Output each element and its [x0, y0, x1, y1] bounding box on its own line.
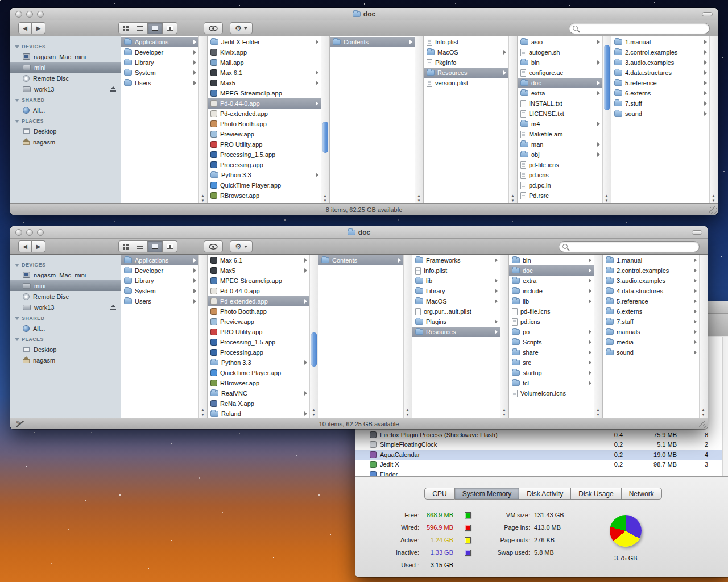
sidebar-item[interactable]: Remote Disc [10, 291, 121, 302]
file-row[interactable]: lib [509, 296, 594, 306]
file-row[interactable]: Processing.app [208, 347, 309, 357]
file-row[interactable]: share [509, 347, 594, 357]
process-row[interactable]: Finder [355, 469, 722, 476]
file-row[interactable]: Python 3.3 [208, 357, 309, 368]
file-row[interactable]: 1.manual [611, 37, 709, 47]
finder1-titlebar[interactable]: doc [10, 8, 718, 20]
zoom-button[interactable] [37, 229, 44, 236]
file-row[interactable]: tcl [509, 378, 594, 388]
file-row[interactable]: Users [121, 296, 198, 306]
close-button[interactable] [15, 229, 22, 236]
quicklook-button[interactable] [204, 22, 223, 34]
search-input[interactable] [568, 242, 699, 251]
sidebar-item[interactable]: Desktop [10, 126, 121, 136]
file-row[interactable]: Roland [208, 409, 309, 418]
file-row[interactable]: PkgInfo [424, 57, 508, 68]
file-row[interactable]: org.pur...ault.plist [412, 306, 500, 317]
sidebar-section-header[interactable]: PLACES [10, 115, 121, 126]
process-row[interactable]: AquaCalendar 0.2 19.0 MB 4 [355, 450, 722, 460]
file-row[interactable]: Info.plist [412, 265, 500, 276]
sidebar-section-header[interactable]: SHARED [10, 94, 121, 105]
column-view-button[interactable] [148, 240, 163, 252]
process-list-scrollbar[interactable] [722, 337, 728, 476]
file-row[interactable]: 3.audio.examples [611, 57, 709, 68]
file-row[interactable]: configure.ac [518, 68, 602, 78]
toolbar-toggle-button[interactable] [692, 230, 702, 235]
forward-button[interactable]: ▶ [32, 22, 46, 34]
file-row[interactable]: System [121, 286, 198, 296]
file-row[interactable]: 7.stuff [611, 98, 709, 109]
file-row[interactable]: obj [518, 149, 602, 160]
file-row[interactable]: QuickTime Player.app [208, 368, 309, 378]
file-row[interactable]: manuals [603, 327, 699, 337]
monitor-tab[interactable]: Disk Usage [571, 488, 621, 500]
file-row[interactable]: Max 6.1 [208, 255, 309, 265]
file-row[interactable]: ReNa X.app [208, 398, 309, 409]
file-row[interactable]: INSTALL.txt [518, 98, 602, 109]
column-scrollbar[interactable] [309, 255, 318, 418]
column-scrollbar[interactable] [709, 36, 718, 203]
file-row[interactable]: Scripts [509, 337, 594, 347]
file-row[interactable]: RealVNC [208, 388, 309, 398]
file-row[interactable]: pd-file.icns [518, 160, 602, 170]
file-row[interactable]: Max 6.1 [208, 68, 321, 78]
file-row[interactable]: Max5 [208, 265, 309, 276]
file-row[interactable]: Pd.rsrc [518, 190, 602, 201]
file-row[interactable]: Pd-0.44-0.app [208, 286, 309, 296]
sidebar-item[interactable]: mini [10, 62, 121, 73]
file-row[interactable]: Users [121, 78, 198, 88]
file-row[interactable]: RBrowser.app [208, 190, 321, 201]
file-row[interactable]: VolumeIcon.icns [509, 388, 594, 398]
file-row[interactable]: Contents [330, 37, 415, 47]
file-row[interactable]: Photo Booth.app [208, 119, 321, 129]
file-row[interactable]: version.plist [424, 78, 508, 88]
eject-icon[interactable] [110, 305, 116, 310]
back-button[interactable]: ◀ [18, 22, 32, 34]
file-row[interactable]: Max5 [208, 78, 321, 88]
sidebar-item[interactable]: All... [10, 105, 121, 115]
file-row[interactable]: Preview.app [208, 129, 321, 139]
file-row[interactable]: Processing_1.5.app [208, 337, 309, 347]
file-row[interactable]: 2.control.examples [611, 47, 709, 57]
action-button[interactable]: ⚙ [230, 22, 253, 34]
quicklook-button[interactable] [204, 240, 223, 252]
file-row[interactable]: Python 3.3 [208, 170, 321, 180]
file-row[interactable]: 1.manual [603, 255, 699, 265]
file-row[interactable]: autogen.sh [518, 47, 602, 57]
column-scrollbar[interactable] [198, 255, 207, 418]
file-row[interactable]: Pd-extended.app [208, 296, 309, 306]
scrollbar-thumb[interactable] [322, 122, 328, 153]
file-row[interactable]: 2.control.examples [603, 265, 699, 276]
file-row[interactable]: startup [509, 368, 594, 378]
sidebar-item[interactable]: nagasm_Mac_mini [10, 269, 121, 280]
column-scrollbar[interactable] [321, 36, 329, 203]
file-row[interactable]: Pd-0.44-0.app [208, 98, 321, 109]
sidebar-item[interactable]: Desktop [10, 344, 121, 355]
file-row[interactable]: Pd-extended.app [208, 109, 321, 119]
file-row[interactable]: MPEG Streamclip.app [208, 88, 321, 98]
column-scrollbar[interactable] [500, 255, 508, 418]
file-row[interactable]: Jedit X Folder [208, 37, 321, 47]
file-row[interactable]: Resources [412, 327, 500, 337]
sidebar-section-header[interactable]: SHARED [10, 313, 121, 323]
column-scrollbar[interactable] [403, 255, 412, 418]
file-row[interactable]: 5.reference [603, 296, 699, 306]
file-row[interactable]: Library [121, 57, 198, 68]
file-row[interactable]: PRO Utility.app [208, 139, 321, 149]
column-scrollbar[interactable] [508, 36, 517, 203]
file-row[interactable]: Applications [121, 255, 198, 265]
back-button[interactable]: ◀ [18, 240, 32, 252]
column-scrollbar[interactable] [198, 36, 207, 203]
file-row[interactable]: QuickTime Player.app [208, 180, 321, 190]
file-row[interactable]: sound [611, 109, 709, 119]
column-view-button[interactable] [148, 22, 163, 34]
file-row[interactable]: pd.icns [509, 317, 594, 327]
sidebar-item[interactable]: work13 [10, 302, 121, 313]
process-row[interactable]: Jedit X 0.2 98.7 MB 3 [355, 460, 722, 470]
file-row[interactable]: 6.externs [611, 88, 709, 98]
action-button[interactable]: ⚙ [230, 240, 253, 252]
file-row[interactable]: sound [603, 347, 699, 357]
file-row[interactable]: m4 [518, 119, 602, 129]
file-row[interactable]: MacOS [424, 47, 508, 57]
sidebar-item[interactable]: nagasm_Mac_mini [10, 51, 121, 62]
